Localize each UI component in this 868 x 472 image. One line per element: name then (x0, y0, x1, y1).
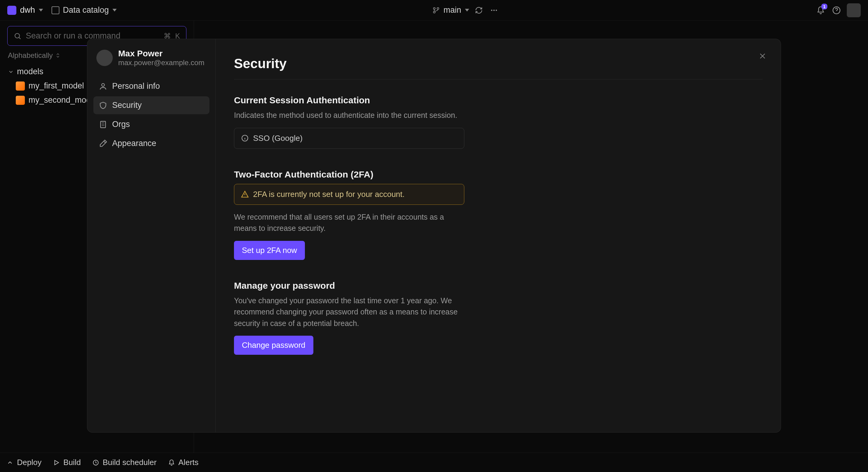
svg-point-1 (433, 11, 435, 13)
catalog-icon (52, 6, 59, 14)
statusbar: Deploy Build Build scheduler Alerts (0, 452, 868, 472)
search-icon (13, 32, 22, 40)
deploy-panel-toggle[interactable]: Deploy (7, 458, 41, 467)
play-icon (53, 459, 60, 466)
topbar-left: dwh Data catalog (7, 5, 117, 15)
nav-label: Security (112, 101, 142, 110)
user-text: Max Power max.power@example.com (118, 49, 204, 67)
building-icon (99, 120, 107, 129)
page-title: Security (234, 56, 763, 71)
alert-triangle-icon (241, 190, 249, 198)
workspace-label: dwh (20, 5, 35, 15)
svg-point-3 (491, 9, 492, 10)
topbar-right: 1 (815, 3, 861, 17)
divider (234, 79, 763, 80)
info-circle-icon (241, 134, 249, 142)
chevron-down-icon (465, 9, 469, 11)
setup-2fa-button[interactable]: Set up 2FA now (234, 241, 305, 260)
svg-point-5 (496, 9, 497, 10)
workspace-switcher[interactable]: dwh (7, 5, 43, 15)
password-desc: You've changed your password the last ti… (234, 295, 464, 329)
bell-icon (168, 459, 175, 466)
nav-appearance[interactable]: Appearance (93, 134, 210, 152)
refresh-icon (475, 6, 483, 14)
user-icon (99, 82, 107, 91)
settings-nav: Personal info Security Orgs Appearance (93, 77, 210, 152)
settings-modal: Max Power max.power@example.com Personal… (87, 39, 781, 433)
twofa-warning-box: 2FA is currently not set up for your acc… (234, 184, 464, 205)
dots-horizontal-icon (490, 6, 498, 14)
notifications-button[interactable]: 1 (815, 5, 826, 16)
password-title: Manage your password (234, 281, 464, 291)
folder-label: models (17, 67, 43, 76)
section-password: Manage your password You've changed your… (234, 281, 464, 355)
svg-point-2 (437, 7, 439, 9)
svg-point-7 (15, 33, 20, 38)
twofa-title: Two-Factor Authentication (2FA) (234, 169, 464, 180)
status-scheduler-label: Build scheduler (103, 458, 157, 467)
settings-sidebar: Max Power max.power@example.com Personal… (87, 39, 216, 432)
svg-point-4 (493, 9, 495, 10)
nav-label: Orgs (112, 120, 130, 129)
alerts-button[interactable]: Alerts (168, 458, 198, 467)
user-menu-button[interactable] (847, 3, 861, 17)
topbar: dwh Data catalog main 1 (0, 0, 868, 21)
session-method-value: SSO (Google) (253, 134, 303, 143)
session-title: Current Session Authentication (234, 95, 464, 105)
sort-icon (55, 53, 61, 58)
brush-icon (99, 139, 107, 148)
svg-rect-10 (101, 121, 105, 128)
user-name: Max Power (118, 49, 204, 59)
model-icon (16, 82, 25, 91)
nav-personal-info[interactable]: Personal info (93, 77, 210, 95)
user-avatar-icon (96, 50, 113, 66)
sort-label: Alphabetically (8, 51, 53, 60)
status-alerts-label: Alerts (179, 458, 198, 467)
model-icon (16, 96, 25, 105)
section-2fa: Two-Factor Authentication (2FA) 2FA is c… (234, 169, 464, 260)
shield-icon (99, 101, 107, 110)
data-catalog-switcher[interactable]: Data catalog (52, 5, 117, 15)
catalog-label: Data catalog (63, 5, 109, 15)
build-scheduler-button[interactable]: Build scheduler (92, 458, 157, 467)
nav-orgs[interactable]: Orgs (93, 116, 210, 133)
section-session: Current Session Authentication Indicates… (234, 95, 464, 149)
help-button[interactable] (831, 5, 842, 16)
tree-item-label: my_first_model (29, 81, 84, 91)
nav-label: Personal info (112, 82, 160, 91)
branch-switcher[interactable]: main (433, 5, 469, 15)
help-circle-icon (832, 6, 841, 14)
chevron-down-icon (113, 9, 117, 11)
close-button[interactable] (756, 50, 769, 62)
twofa-warning-text: 2FA is currently not set up for your acc… (253, 190, 405, 199)
nav-label: Appearance (112, 139, 156, 148)
git-branch-icon (433, 7, 440, 14)
session-method-box: SSO (Google) (234, 128, 464, 149)
svg-point-9 (101, 83, 104, 86)
clock-icon (92, 459, 99, 466)
close-icon (758, 52, 767, 60)
refresh-button[interactable] (473, 5, 484, 16)
status-deploy-label: Deploy (17, 458, 41, 467)
session-desc: Indicates the method used to authenticat… (234, 110, 464, 121)
twofa-desc: We recommend that all users set up 2FA i… (234, 212, 464, 234)
branch-label: main (443, 5, 461, 15)
notification-badge: 1 (821, 4, 827, 9)
nav-security[interactable]: Security (93, 96, 210, 114)
change-password-button[interactable]: Change password (234, 336, 313, 355)
user-email: max.power@example.com (118, 59, 204, 67)
chevron-up-icon (7, 459, 13, 466)
svg-point-0 (433, 7, 435, 9)
chevron-down-icon (39, 9, 43, 11)
workspace-avatar-icon (7, 6, 17, 15)
settings-content: Security Current Session Authentication … (216, 39, 781, 432)
chevron-down-icon (8, 69, 14, 75)
more-button[interactable] (489, 5, 499, 16)
settings-modal-overlay: Max Power max.power@example.com Personal… (0, 0, 868, 472)
user-block: Max Power max.power@example.com (93, 48, 210, 72)
topbar-center: main (124, 5, 808, 16)
status-build-label: Build (63, 458, 81, 467)
build-button[interactable]: Build (53, 458, 81, 467)
